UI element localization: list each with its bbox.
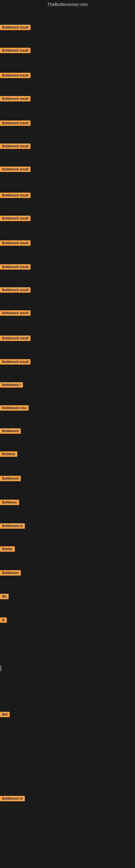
bottleneck-result-label: Bo bbox=[0, 594, 9, 599]
bottleneck-result-item[interactable]: Bottleneck result bbox=[0, 264, 31, 271]
bottleneck-result-label: Bottleneck bbox=[0, 570, 21, 576]
bottleneck-result-item[interactable]: Bottleneck bbox=[0, 476, 21, 482]
bottleneck-result-label: Bottleneck result bbox=[0, 73, 31, 78]
bottleneck-result-item[interactable]: Bottleneck result bbox=[0, 166, 31, 173]
bottleneck-result-item[interactable]: Bottleneck re bbox=[0, 523, 25, 530]
bottleneck-result-label: Bottleneck bbox=[0, 476, 21, 481]
bottleneck-result-label: Bottleneck result bbox=[0, 310, 31, 316]
bottleneck-result-item[interactable]: Bottleneck result bbox=[0, 359, 31, 366]
bottleneck-result-label: Bottleneck result bbox=[0, 264, 31, 270]
bottleneck-result-item[interactable]: Bottlene bbox=[0, 452, 17, 458]
site-title: TheBottlenecker.com bbox=[0, 0, 135, 9]
bottleneck-result-label: Bottleneck re bbox=[0, 796, 25, 801]
bottleneck-result-item[interactable]: Bottleneck result bbox=[0, 310, 31, 317]
bottleneck-result-label: Bottleneck result bbox=[0, 336, 31, 341]
bottleneck-result-item[interactable]: Bottler bbox=[0, 546, 15, 553]
bottleneck-result-item[interactable]: Bottleneck bbox=[0, 428, 21, 435]
bottleneck-result-item[interactable]: Bo bbox=[0, 594, 9, 600]
bottleneck-result-item[interactable]: Bottleneck bbox=[0, 570, 21, 577]
bottleneck-result-label: B bbox=[0, 617, 7, 623]
bottleneck-result-item[interactable]: Bottleneck result bbox=[0, 336, 31, 342]
bottleneck-result-label: Bottleneck resu bbox=[0, 405, 29, 411]
bottleneck-result-item[interactable]: Bottleneck result bbox=[0, 25, 31, 31]
bottleneck-result-item[interactable]: Bottleneck result bbox=[0, 120, 31, 127]
bottleneck-result-label: Bottlenec bbox=[0, 500, 19, 505]
bottleneck-result-item[interactable]: Bottleneck result bbox=[0, 287, 31, 294]
bottleneck-result-item[interactable]: Bottleneck result bbox=[0, 73, 31, 79]
bottleneck-result-item[interactable]: Bottleneck result bbox=[0, 216, 31, 222]
bottleneck-result-label: Bottleneck result bbox=[0, 144, 31, 149]
bottleneck-result-item[interactable]: B bbox=[0, 617, 7, 624]
bottleneck-result-label: Bottleneck r bbox=[0, 382, 23, 388]
bottleneck-result-label: Bottleneck bbox=[0, 428, 21, 434]
bottleneck-result-item[interactable]: Bottleneck re bbox=[0, 796, 25, 802]
bottleneck-result-label: Bottleneck result bbox=[0, 25, 31, 30]
bottleneck-result-item[interactable]: Bottleneck result bbox=[0, 96, 31, 102]
bottleneck-result-label: Bottleneck result bbox=[0, 120, 31, 126]
cursor-line bbox=[1, 665, 1, 671]
bottleneck-result-label: Bot bbox=[0, 712, 10, 717]
bottleneck-result-item[interactable]: Bot bbox=[0, 712, 10, 718]
bottleneck-result-label: Bottlene bbox=[0, 452, 17, 457]
bottleneck-result-label: Bottleneck result bbox=[0, 166, 31, 172]
bottleneck-result-label: Bottleneck result bbox=[0, 193, 31, 198]
bottleneck-result-item[interactable]: Bottleneck result bbox=[0, 48, 31, 54]
bottleneck-result-item[interactable]: Bottleneck result bbox=[0, 144, 31, 150]
bottleneck-result-item[interactable]: Bottleneck result bbox=[0, 193, 31, 199]
bottleneck-result-label: Bottleneck result bbox=[0, 240, 31, 246]
bottleneck-result-label: Bottleneck re bbox=[0, 523, 25, 529]
bottleneck-result-item[interactable]: Bottleneck result bbox=[0, 240, 31, 247]
bottleneck-result-item[interactable]: Bottlenec bbox=[0, 500, 19, 506]
bottleneck-result-label: Bottleneck result bbox=[0, 48, 31, 53]
bottleneck-result-label: Bottleneck result bbox=[0, 96, 31, 101]
bottleneck-result-label: Bottleneck result bbox=[0, 359, 31, 365]
bottleneck-result-label: Bottler bbox=[0, 546, 15, 552]
bottleneck-result-item[interactable]: Bottleneck resu bbox=[0, 405, 29, 412]
bottleneck-result-label: Bottleneck result bbox=[0, 287, 31, 293]
bottleneck-result-label: Bottleneck result bbox=[0, 216, 31, 221]
bottleneck-result-item[interactable]: Bottleneck r bbox=[0, 382, 23, 389]
